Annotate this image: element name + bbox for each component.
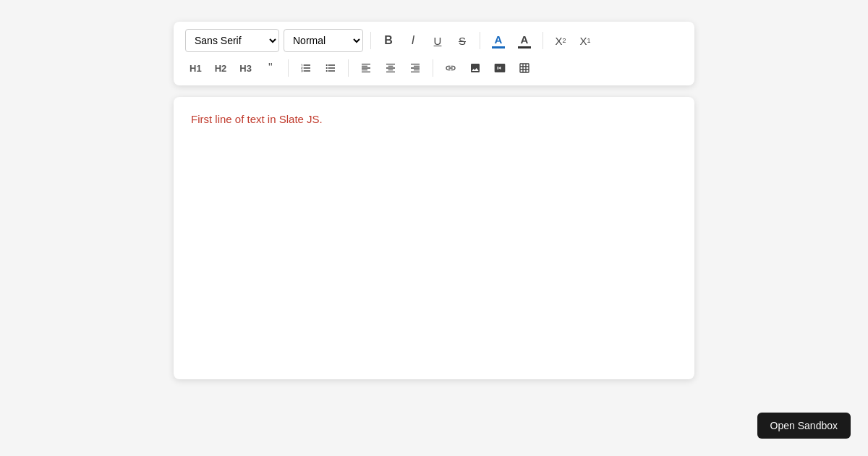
highlight-indicator [518, 46, 531, 48]
divider-1 [370, 32, 371, 49]
image-icon [469, 62, 481, 74]
divider-2 [480, 32, 480, 49]
divider-4 [288, 59, 289, 77]
underline-button[interactable]: U [427, 30, 448, 51]
table-icon [519, 62, 530, 74]
align-left-icon [360, 62, 372, 74]
video-icon [494, 62, 506, 74]
unordered-list-button[interactable] [320, 58, 341, 78]
strikethrough-button[interactable]: S [452, 30, 472, 51]
bold-button[interactable]: B [378, 30, 399, 51]
font-family-select[interactable]: Sans Serif Serif Monospace [185, 29, 279, 52]
font-color-button[interactable]: A [488, 30, 509, 51]
link-button[interactable] [441, 58, 461, 78]
unordered-list-icon [325, 62, 336, 74]
toolbar-row-1: Sans Serif Serif Monospace Normal H1 H2 … [185, 29, 683, 52]
highlight-label: A [521, 33, 529, 46]
image-button[interactable] [465, 58, 485, 78]
divider-3 [542, 32, 543, 49]
h3-button[interactable]: H3 [235, 58, 256, 78]
divider-6 [433, 59, 433, 77]
ordered-list-button[interactable] [296, 58, 316, 78]
superscript-button[interactable]: X2 [550, 30, 571, 51]
blockquote-button[interactable]: " [260, 58, 281, 78]
align-right-button[interactable] [405, 58, 425, 78]
italic-button[interactable]: I [403, 30, 423, 51]
font-size-select[interactable]: Normal H1 H2 H3 [284, 29, 363, 52]
font-color-indicator [492, 46, 505, 48]
video-button[interactable] [490, 58, 510, 78]
editor-content[interactable]: First line of text in Slate JS. [191, 111, 677, 128]
align-center-icon [385, 62, 396, 74]
h1-button[interactable]: H1 [185, 58, 206, 78]
align-left-button[interactable] [356, 58, 376, 78]
h2-button[interactable]: H2 [210, 58, 231, 78]
ordered-list-icon [300, 62, 312, 74]
subscript-button[interactable]: X1 [575, 30, 595, 51]
divider-5 [348, 59, 349, 77]
align-right-icon [409, 62, 421, 74]
toolbar-row-2: H1 H2 H3 " [185, 58, 683, 78]
link-icon [445, 62, 456, 74]
toolbar: Sans Serif Serif Monospace Normal H1 H2 … [174, 22, 694, 85]
align-center-button[interactable] [380, 58, 401, 78]
editor-area[interactable]: First line of text in Slate JS. [174, 97, 694, 379]
table-button[interactable] [514, 58, 535, 78]
highlight-button[interactable]: A [514, 30, 535, 51]
open-sandbox-button[interactable]: Open Sandbox [757, 413, 851, 439]
font-color-label: A [495, 33, 503, 46]
